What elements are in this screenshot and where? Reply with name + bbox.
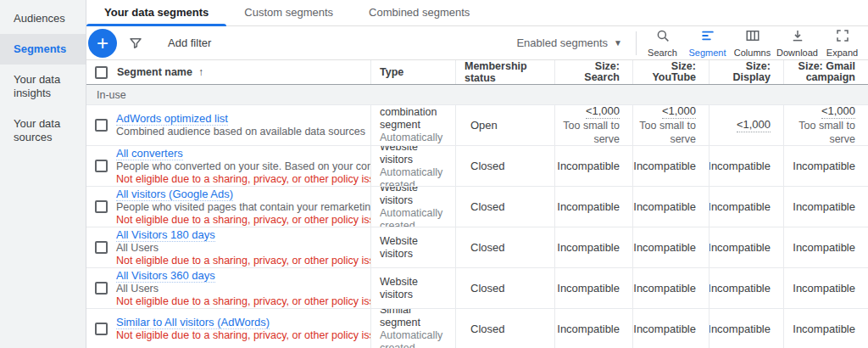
segment-warning-text: Not eligible due to a sharing, privacy, … — [116, 295, 370, 308]
segment-warning-text: Not eligible due to a sharing, privacy, … — [116, 255, 370, 267]
row-checkbox[interactable] — [95, 119, 108, 132]
segment-warning-text: Not eligible due to a sharing, privacy, … — [116, 173, 370, 186]
type-cell: Website visitors — [370, 227, 455, 267]
size-search-cell: Incompatible — [554, 309, 632, 348]
size-search-cell: Incompatible — [554, 268, 632, 308]
size-display-cell: Incompatible — [709, 309, 783, 348]
segment-description: Combined audience based on available dat… — [116, 126, 365, 138]
type-cell: Website visitors Automatically created — [370, 146, 455, 186]
row-checkbox-cell — [86, 105, 115, 145]
membership-status-cell: Open — [455, 105, 554, 145]
segment-warning: Not eligible due to a sharing, privacy, … — [116, 255, 370, 267]
tab-combined-segments[interactable]: Combined segments — [351, 0, 487, 25]
size-search-cell: <1,000 Too small to serve — [554, 105, 632, 145]
segment-icon — [700, 28, 715, 45]
segment-name-link[interactable]: AdWords optimized list — [116, 112, 228, 126]
column-header-size-search[interactable]: Size: Search — [554, 60, 632, 84]
size-gmail-cell: <1,000 Too small to serve — [783, 105, 868, 145]
membership-status-cell: Closed — [455, 309, 554, 348]
filter-icon[interactable] — [128, 36, 143, 51]
column-header-size-youtube[interactable]: Size: YouTube — [632, 60, 709, 84]
size-display-cell: Incompatible — [709, 227, 783, 267]
membership-status-cell: Closed — [455, 187, 554, 227]
segment-name-link[interactable]: All Visitors 180 days — [116, 228, 215, 242]
sidebar-item-segments[interactable]: Segments — [0, 34, 86, 65]
segment-description: People who visited pages that contain yo… — [116, 201, 370, 214]
size-note: Too small to serve — [633, 119, 696, 145]
download-button[interactable]: Download — [775, 26, 820, 59]
size-value: <1,000 — [821, 105, 855, 119]
segments-filter-dropdown[interactable]: Enabled segments ▼ — [516, 36, 622, 49]
expand-label: Expand — [826, 48, 858, 58]
segment-warning: Not eligible due to a sharing, privacy, … — [116, 295, 370, 308]
sidebar-item-your-data-sources[interactable]: Your data sources — [0, 109, 86, 153]
size-youtube-cell: Incompatible — [632, 187, 709, 227]
size-youtube-cell: Incompatible — [632, 227, 709, 267]
sidebar-item-audiences[interactable]: Audiences — [0, 3, 86, 34]
column-header-segment-name[interactable]: Segment name ↑ — [115, 60, 370, 84]
segment-button[interactable]: Segment — [685, 26, 730, 59]
add-segment-button[interactable]: + — [88, 29, 117, 58]
row-checkbox-cell — [86, 309, 115, 348]
tab-your-data-segments[interactable]: Your data segments — [86, 0, 226, 25]
segment-name-cell: All converters People who converted on y… — [115, 146, 370, 186]
toolbar-divider — [636, 31, 637, 55]
segment-name-link[interactable]: All converters — [116, 147, 183, 160]
column-header-type[interactable]: Type — [370, 60, 455, 84]
type-primary: Website visitors — [380, 187, 450, 207]
column-header-size-display[interactable]: Size: Display — [709, 60, 783, 84]
row-checkbox-cell — [86, 268, 115, 308]
add-filter-label[interactable]: Add filter — [168, 36, 211, 49]
type-secondary: Automatically created — [380, 132, 450, 145]
size-value: Incompatible — [793, 323, 855, 336]
size-value: <1,000 — [586, 105, 620, 119]
segment-name-cell: All Visitors 180 days All Users Not elig… — [115, 227, 370, 267]
row-checkbox[interactable] — [95, 323, 108, 335]
size-value: Incompatible — [793, 200, 855, 214]
segment-warning-text: Not eligible due to a sharing, privacy, … — [116, 329, 370, 342]
table-row: All Visitors 180 days All Users Not elig… — [86, 227, 868, 268]
download-label: Download — [776, 48, 818, 58]
size-value: <1,000 — [662, 105, 696, 119]
type-cell: Website visitors Automatically created — [370, 187, 455, 227]
size-value: Incompatible — [793, 282, 855, 295]
segment-name-link[interactable]: Similar to All visitors (AdWords) — [116, 316, 270, 329]
size-value: Incompatible — [709, 200, 771, 214]
size-gmail-cell: Incompatible — [783, 309, 868, 348]
row-checkbox[interactable] — [95, 200, 108, 213]
segment-name-link[interactable]: All Visitors 360 days — [116, 269, 215, 283]
size-display-cell: <1,000 — [709, 105, 783, 145]
segment-name-link[interactable]: All visitors (Google Ads) — [116, 188, 233, 201]
size-search-cell: Incompatible — [554, 227, 632, 267]
column-header-membership-status[interactable]: Membership status — [455, 60, 554, 84]
segment-label: Segment — [688, 48, 726, 58]
column-header-size-gmail-campaign[interactable]: Size: Gmail campaign — [783, 60, 868, 84]
segment-name-header-label: Segment name — [117, 66, 192, 78]
search-button[interactable]: Search — [640, 26, 685, 59]
expand-button[interactable]: Expand — [820, 26, 865, 59]
row-checkbox[interactable] — [95, 241, 108, 254]
table-row: Similar to All visitors (AdWords) Not el… — [86, 309, 868, 348]
membership-status-cell: Closed — [455, 268, 554, 308]
size-gmail-cell: Incompatible — [783, 268, 868, 308]
type-primary: Similar segment — [380, 309, 450, 329]
size-search-cell: Incompatible — [554, 146, 632, 186]
row-checkbox[interactable] — [95, 282, 108, 295]
segments-table: Segment name ↑ Type Membership status Si… — [86, 59, 868, 348]
select-all-checkbox[interactable] — [95, 66, 108, 79]
size-youtube-cell: Incompatible — [632, 309, 709, 348]
size-display-cell: Incompatible — [709, 268, 783, 308]
columns-label: Columns — [734, 48, 771, 58]
segment-warning: Not eligible due to a sharing, privacy, … — [116, 329, 370, 342]
tab-bar: Your data segments Custom segments Combi… — [86, 0, 868, 26]
columns-button[interactable]: Columns — [730, 26, 775, 59]
tab-custom-segments[interactable]: Custom segments — [226, 0, 351, 25]
type-cell: Website visitors — [370, 268, 455, 308]
size-value: Incompatible — [793, 160, 855, 173]
size-display-cell: Incompatible — [709, 146, 783, 186]
size-value: Incompatible — [793, 241, 855, 255]
row-checkbox[interactable] — [95, 160, 108, 172]
segment-name-cell: AdWords optimized list Combined audience… — [115, 105, 370, 145]
row-checkbox-cell — [86, 146, 115, 186]
sidebar-item-your-data-insights[interactable]: Your data insights — [0, 65, 86, 109]
